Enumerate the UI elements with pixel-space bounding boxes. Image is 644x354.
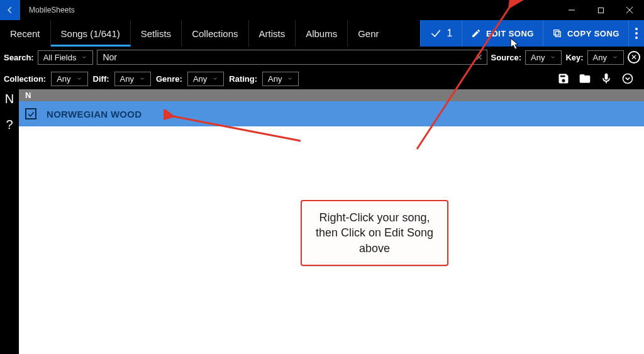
svg-point-8 <box>635 36 638 39</box>
source-label: Source: <box>491 53 521 62</box>
song-title: NORWEGIAN WOOD <box>47 109 142 119</box>
az-rail: N ? <box>0 89 19 354</box>
collection-label: Collection: <box>4 74 46 84</box>
content-body: N ? N NORWEGIAN WOOD Right-Click your so <box>0 89 644 354</box>
source-dropdown[interactable]: Any <box>525 50 562 65</box>
search-input-value: Nor <box>103 52 117 62</box>
copy-song-label: COPY SONG <box>567 29 619 38</box>
svg-rect-5 <box>554 30 559 35</box>
instruction-text: Right-Click your song, then Click on Edi… <box>316 211 433 255</box>
tab-collections[interactable]: Collections <box>182 20 248 47</box>
collection-dropdown[interactable]: Any <box>51 72 87 86</box>
az-letter[interactable]: N <box>5 92 14 106</box>
main-tabs: Recent Songs (1/641) Setlists Collection… <box>0 20 644 47</box>
genre-label: Genre: <box>156 74 182 84</box>
titlebar: MobileSheets <box>0 0 644 20</box>
selection-count-value: 1 <box>447 28 453 39</box>
tab-albums[interactable]: Albums <box>296 20 348 47</box>
copy-song-button[interactable]: COPY SONG <box>543 20 628 47</box>
selection-action-bar: 1 EDIT SONG COPY SONG <box>420 20 644 47</box>
row-checkbox[interactable] <box>25 108 36 119</box>
clear-filters-button[interactable]: ✕ <box>628 51 640 64</box>
svg-point-9 <box>623 74 633 84</box>
back-button[interactable] <box>0 0 20 20</box>
clear-search-icon[interactable]: ✕ <box>475 52 483 62</box>
toolbar-icons <box>557 72 640 85</box>
svg-point-6 <box>635 28 638 30</box>
key-label: Key: <box>565 53 583 62</box>
window-buttons <box>557 0 644 20</box>
tab-songs[interactable]: Songs (1/641) <box>51 20 131 47</box>
minimize-button[interactable] <box>557 0 586 20</box>
instruction-callout: Right-Click your song, then Click on Edi… <box>301 200 448 266</box>
svg-rect-1 <box>598 8 603 13</box>
chevron-down-icon <box>212 75 218 82</box>
copy-icon <box>552 28 562 38</box>
list-group-header: N <box>19 89 644 101</box>
app-title: MobileSheets <box>29 6 557 14</box>
song-list: N NORWEGIAN WOOD Right-Click your song, … <box>19 89 644 354</box>
mouse-cursor-icon <box>510 38 520 50</box>
chevron-down-icon <box>550 54 556 60</box>
check-icon <box>430 27 442 40</box>
key-dropdown[interactable]: Any <box>587 50 624 65</box>
mic-icon[interactable] <box>600 72 613 85</box>
search-label: Search: <box>4 53 34 62</box>
svg-point-7 <box>635 32 638 35</box>
close-button[interactable] <box>615 0 644 20</box>
rating-value: Any <box>268 74 282 84</box>
rating-dropdown[interactable]: Any <box>262 72 299 86</box>
chevron-down-icon <box>76 75 82 82</box>
tab-genres[interactable]: Genr <box>348 20 389 47</box>
diff-dropdown[interactable]: Any <box>114 72 151 86</box>
more-vert-icon <box>635 28 638 39</box>
source-value: Any <box>531 53 545 62</box>
tab-artists[interactable]: Artists <box>249 20 296 47</box>
folder-icon[interactable] <box>579 72 591 85</box>
tab-setlists[interactable]: Setlists <box>131 20 182 47</box>
collection-value: Any <box>57 74 70 84</box>
svg-rect-4 <box>555 31 560 36</box>
key-value: Any <box>593 53 607 62</box>
filter-row-1: Search: All Fields Nor ✕ Source: Any Key… <box>0 47 644 68</box>
chevron-down-icon <box>612 54 618 60</box>
search-field-value: All Fields <box>43 53 77 62</box>
chevron-down-icon <box>139 75 145 82</box>
app-window: MobileSheets Recent Songs (1/641) Setlis… <box>0 0 644 354</box>
pencil-icon <box>471 28 481 38</box>
search-field-dropdown[interactable]: All Fields <box>38 50 94 65</box>
diff-label: Diff: <box>93 74 109 84</box>
save-icon[interactable] <box>557 72 570 85</box>
more-actions-button[interactable] <box>628 20 644 47</box>
genre-value: Any <box>193 74 207 84</box>
edit-song-button[interactable]: EDIT SONG <box>462 20 543 47</box>
expand-icon[interactable] <box>621 72 634 85</box>
maximize-button[interactable] <box>586 0 615 20</box>
chevron-down-icon <box>81 54 87 60</box>
genre-dropdown[interactable]: Any <box>187 72 224 86</box>
rating-label: Rating: <box>229 74 257 84</box>
chevron-down-icon <box>287 75 293 82</box>
edit-song-label: EDIT SONG <box>486 29 534 38</box>
filter-row-2: Collection: Any Diff: Any Genre: Any Rat… <box>0 68 644 89</box>
tab-recent[interactable]: Recent <box>0 20 51 47</box>
selection-count[interactable]: 1 <box>420 20 462 47</box>
list-item[interactable]: NORWEGIAN WOOD <box>19 101 644 126</box>
az-help[interactable]: ? <box>6 118 13 132</box>
search-input[interactable]: Nor ✕ <box>97 50 487 65</box>
diff-value: Any <box>120 74 134 84</box>
